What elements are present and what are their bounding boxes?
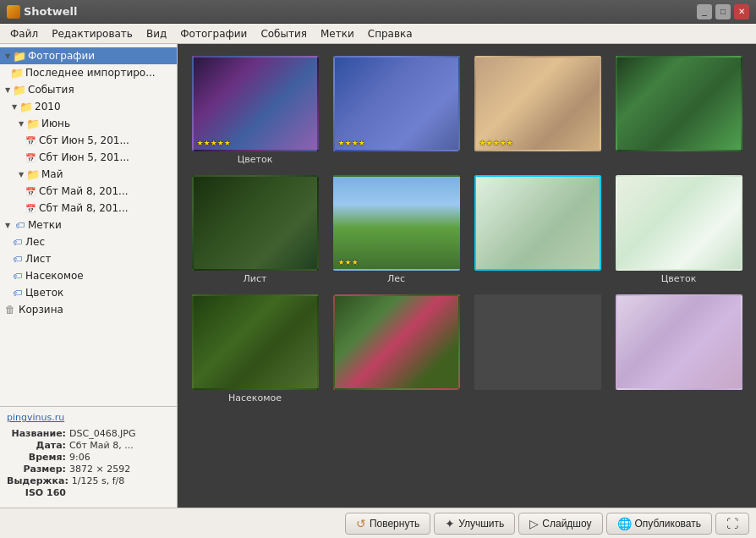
statusbar: ↺ Повернуть ✦ Улучшить ▷ Слайдшоу 🌐 Опуб…	[0, 508, 756, 538]
info-row-date: Дата: Сбт Май 8, ...	[7, 440, 170, 451]
menu-help[interactable]: Справка	[361, 26, 419, 41]
stars-2: ★★★★	[338, 139, 365, 147]
photo-cell-2[interactable]: ★★★★	[331, 56, 462, 165]
sidebar-item-may[interactable]: ▼ 📁 Май	[0, 166, 177, 183]
calendar-icon-may8b: 📅	[24, 201, 37, 215]
info-row-size: Размер: 3872 × 2592	[7, 464, 170, 475]
photo-cell-11[interactable]	[472, 294, 603, 404]
info-value-exposure: 1/125 s, f/8	[72, 475, 125, 486]
photo-cell-1[interactable]: ★★★★★ Цветок	[189, 56, 320, 165]
photo-cell-3[interactable]: ★★★★★	[472, 56, 603, 165]
close-button[interactable]: ✕	[734, 4, 749, 19]
photo-cell-10[interactable]	[331, 294, 462, 404]
tag-icon-insect: 🏷	[10, 269, 24, 283]
expand-events-icon: ▼	[3, 85, 12, 94]
sidebar-item-may8b[interactable]: 📅 Сбт Май 8, 201...	[0, 200, 177, 217]
photo-cell-4[interactable]	[613, 56, 744, 165]
info-row-exposure: Выдержка: 1/125 s, f/8	[7, 475, 170, 486]
sidebar-label-june: Июнь	[41, 118, 70, 129]
photo-thumb-6[interactable]: ★★★	[333, 175, 460, 271]
photo-cell-6[interactable]: ★★★ Лес	[331, 175, 462, 284]
sidebar-item-events[interactable]: ▼ 📁 События	[0, 81, 177, 98]
menu-view[interactable]: Вид	[140, 26, 173, 41]
info-label-exposure: Выдержка:	[7, 475, 68, 486]
photo-thumb-11[interactable]	[474, 294, 601, 390]
publish-label: Опубликовать	[635, 518, 701, 530]
photo-cell-9[interactable]: Насекомое	[189, 294, 320, 404]
photo-cell-5[interactable]: Лист	[189, 175, 320, 284]
photo-thumb-8[interactable]	[616, 175, 742, 271]
stars-1: ★★★★★	[197, 139, 231, 147]
titlebar-left: Shotwell	[7, 5, 78, 19]
sidebar-item-recent[interactable]: 📁 Последнее импортиро...	[0, 64, 177, 81]
sidebar-item-june[interactable]: ▼ 📁 Июнь	[0, 115, 177, 132]
sidebar-label-may8a: Сбт Май 8, 201...	[39, 185, 129, 197]
slideshow-button[interactable]: ▷ Слайдшоу	[518, 513, 602, 535]
sidebar-item-tags[interactable]: ▼ 🏷 Метки	[0, 217, 177, 233]
info-value-size: 3872 × 2592	[69, 464, 130, 475]
photo-thumb-2[interactable]: ★★★★	[333, 56, 460, 151]
folder-icon-2010: 📁	[19, 100, 33, 113]
sidebar-label-tags: Метки	[28, 219, 62, 231]
sidebar: ▼ 📁 Фотографии 📁 Последнее импортиро... …	[0, 44, 178, 508]
sidebar-item-may8a[interactable]: 📅 Сбт Май 8, 201...	[0, 183, 177, 200]
sidebar-item-tag-forest[interactable]: 🏷 Лес	[0, 233, 177, 250]
photo-cell-12[interactable]	[613, 294, 744, 404]
folder-icon-recent: 📁	[10, 66, 24, 80]
fullscreen-button[interactable]: ⛶	[715, 513, 749, 535]
info-row-name: Название: DSC_0468.JPG	[7, 428, 170, 439]
info-label-date: Дата:	[7, 440, 66, 451]
menu-edit[interactable]: Редактировать	[45, 26, 140, 41]
photo-thumb-5[interactable]	[192, 175, 319, 271]
titlebar: Shotwell _ □ ✕	[0, 0, 756, 24]
info-link[interactable]: pingvinus.ru	[7, 412, 170, 423]
info-value-date: Сбт Май 8, ...	[69, 440, 134, 451]
slideshow-label: Слайдшоу	[542, 518, 591, 530]
sidebar-label-june5b: Сбт Июн 5, 201...	[39, 151, 129, 163]
photo-thumb-10[interactable]	[333, 294, 460, 390]
photo-cell-8[interactable]: Цветок	[613, 175, 744, 284]
photo-thumb-12[interactable]	[616, 294, 742, 390]
menu-file[interactable]: Файл	[3, 26, 45, 41]
photo-thumb-9[interactable]	[192, 294, 319, 390]
enhance-button[interactable]: ✦ Улучшить	[434, 513, 515, 535]
info-value-time: 9:06	[69, 452, 90, 463]
minimize-button[interactable]: _	[697, 4, 712, 19]
photo-cell-7[interactable]	[472, 175, 603, 284]
sidebar-label-recent: Последнее импортиро...	[25, 67, 156, 79]
maximize-button[interactable]: □	[715, 4, 731, 19]
info-row-iso: ISO 160	[7, 487, 170, 498]
sidebar-item-2010[interactable]: ▼ 📁 2010	[0, 98, 177, 115]
sidebar-item-june5a[interactable]: 📅 Сбт Июн 5, 201...	[0, 132, 177, 149]
sidebar-label-photos: Фотографии	[28, 50, 95, 62]
tag-icon-forest: 🏷	[10, 235, 24, 249]
photo-label-8: Цветок	[661, 273, 697, 284]
photo-thumb-4[interactable]	[616, 56, 742, 151]
menu-photos[interactable]: Фотографии	[173, 26, 254, 41]
photo-area[interactable]: ★★★★★ Цветок ★★★★ ★★★★★	[178, 44, 756, 508]
photo-label-9: Насекомое	[228, 393, 282, 404]
window-title: Shotwell	[24, 5, 78, 18]
expand-june-icon: ▼	[17, 119, 25, 128]
sidebar-item-tag-flower[interactable]: 🏷 Цветок	[0, 284, 177, 301]
stars-6: ★★★	[338, 258, 359, 266]
sidebar-item-photos[interactable]: ▼ 📁 Фотографии	[0, 47, 177, 64]
expand-icon: ▼	[3, 52, 12, 60]
photo-thumb-1[interactable]: ★★★★★	[192, 56, 319, 151]
menubar: Файл Редактировать Вид Фотографии Событи…	[0, 24, 756, 44]
publish-icon: 🌐	[617, 517, 632, 530]
rotate-button[interactable]: ↺ Повернуть	[345, 513, 430, 535]
sidebar-item-tag-leaf[interactable]: 🏷 Лист	[0, 250, 177, 267]
menu-tags[interactable]: Метки	[314, 26, 361, 41]
calendar-icon-june5b: 📅	[24, 151, 37, 164]
photo-thumb-3[interactable]: ★★★★★	[474, 56, 601, 151]
publish-button[interactable]: 🌐 Опубликовать	[606, 513, 712, 535]
menu-events[interactable]: События	[254, 26, 314, 41]
enhance-icon: ✦	[445, 517, 455, 530]
expand-2010-icon: ▼	[10, 102, 19, 111]
photo-thumb-7[interactable]	[474, 175, 601, 271]
tag-icon-flower: 🏷	[10, 286, 24, 299]
sidebar-item-june5b[interactable]: 📅 Сбт Июн 5, 201...	[0, 149, 177, 166]
sidebar-item-trash[interactable]: 🗑 Корзина	[0, 301, 177, 318]
sidebar-item-tag-insect[interactable]: 🏷 Насекомое	[0, 267, 177, 284]
